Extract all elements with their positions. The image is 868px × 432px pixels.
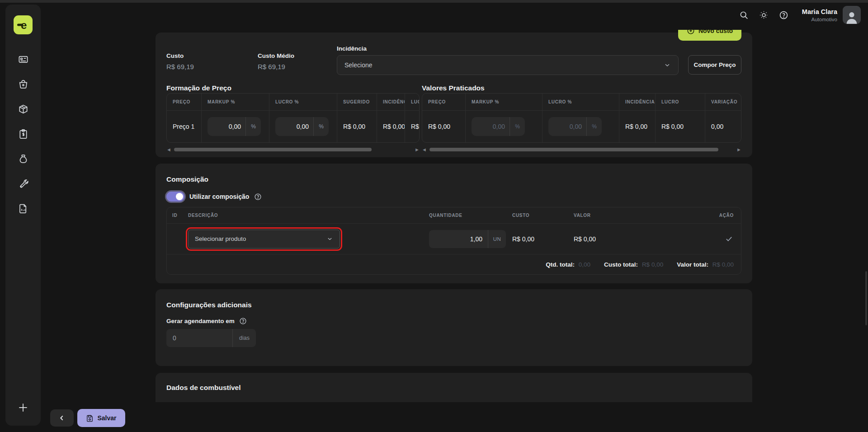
custo-medio-label: Custo Médio bbox=[258, 52, 294, 59]
lucro-value: R$ 0,00 bbox=[405, 111, 420, 142]
formacao-header-row: PREÇO MARKUP % LUCRO % SUGERIDO INCIDÊNC… bbox=[167, 94, 420, 111]
composicao-title: Composição bbox=[166, 175, 208, 183]
package-icon bbox=[18, 104, 28, 114]
save-button[interactable]: Salvar bbox=[77, 409, 125, 427]
dias-suffix: dias bbox=[232, 329, 256, 347]
custo-medio-block: Custo Médio R$ 69,19 bbox=[258, 52, 294, 70]
theme-toggle-button[interactable] bbox=[754, 5, 774, 25]
svg-text:e: e bbox=[21, 19, 27, 31]
produto-placeholder: Selecionar produto bbox=[195, 235, 326, 242]
quantidade-input[interactable]: 1,00 UN bbox=[429, 230, 506, 248]
sidebar-item-cadastro[interactable] bbox=[17, 53, 29, 65]
invoice-icon bbox=[18, 129, 28, 139]
col-markup: MARKUP % bbox=[465, 94, 542, 110]
praticados-hscrollbar: ◄ ► bbox=[422, 146, 741, 153]
custo-total: Custo total: R$ 0,00 bbox=[604, 261, 663, 268]
percent-suffix: % bbox=[509, 117, 525, 136]
custo-cell: R$ 0,00 bbox=[507, 224, 568, 254]
compor-preco-button[interactable]: Compor Preço bbox=[688, 55, 741, 75]
chevron-down-icon bbox=[326, 235, 333, 242]
scroll-left-icon[interactable]: ◄ bbox=[422, 147, 427, 152]
preco-nome: Preço 1 bbox=[167, 111, 201, 142]
chevron-down-icon bbox=[664, 61, 671, 69]
col-incidencia: INCIDÊNCIA bbox=[377, 94, 405, 110]
praticados-table: PREÇO MARKUP % LUCRO % INCIDÊNCIA LUCRO … bbox=[422, 93, 741, 143]
combustivel-card: Dados de combustível bbox=[156, 373, 752, 402]
agendamento-dias-input[interactable]: 0 dias bbox=[166, 329, 256, 347]
sidebar-item-vendas[interactable] bbox=[17, 78, 29, 90]
praticados-title: Valores Praticados bbox=[422, 84, 485, 92]
avatar[interactable] bbox=[843, 6, 861, 24]
utilizar-composicao-toggle[interactable] bbox=[166, 192, 184, 202]
composicao-header-row: ID DESCRIÇÃO QUANTIDADE CUSTO VALOR AÇÃO bbox=[167, 207, 741, 224]
col-variacao: VARIAÇÃO bbox=[705, 94, 741, 110]
app-logo[interactable]: e bbox=[14, 15, 33, 34]
col-custo: CUSTO bbox=[507, 207, 568, 223]
col-preco: PREÇO bbox=[422, 94, 465, 110]
sidebar-item-produtos[interactable] bbox=[17, 103, 29, 115]
scroll-thumb[interactable] bbox=[429, 148, 719, 151]
person-icon bbox=[844, 10, 859, 24]
col-sugerido: SUGERIDO bbox=[337, 94, 377, 110]
percent-suffix: % bbox=[586, 117, 602, 136]
variacao-value: 0,00 bbox=[705, 111, 741, 142]
scroll-right-icon[interactable]: ► bbox=[736, 147, 741, 152]
formacao-title: Formação de Preço bbox=[166, 84, 231, 92]
report-icon bbox=[18, 203, 28, 214]
id-cell bbox=[167, 224, 183, 254]
valor-cell: R$ 0,00 bbox=[568, 224, 679, 254]
sidebar: e bbox=[5, 5, 41, 426]
composicao-totais-row: Qtd. total: 0,00 Custo total: R$ 0,00 Va… bbox=[167, 254, 741, 274]
sidebar-item-servicos[interactable] bbox=[17, 178, 29, 189]
lucro-input[interactable]: 0,00 % bbox=[275, 117, 329, 136]
agendamento-help-button[interactable] bbox=[239, 317, 247, 325]
custo-block: Custo R$ 69,19 bbox=[166, 52, 194, 70]
custo-value: R$ 69,19 bbox=[166, 63, 194, 70]
agendamento-label-row: Gerar agendamento em bbox=[166, 317, 247, 325]
incidencia-placeholder: Selecione bbox=[344, 61, 664, 69]
selecionar-produto-select[interactable]: Selecionar produto bbox=[188, 230, 340, 249]
plus-icon bbox=[17, 402, 29, 413]
col-lucro-pct: LUCRO % bbox=[542, 94, 619, 110]
incidencia-label: Incidência bbox=[337, 45, 367, 52]
sidebar-item-relatorios[interactable] bbox=[17, 202, 29, 214]
back-button[interactable] bbox=[50, 409, 74, 427]
wrench-icon bbox=[18, 178, 28, 189]
sidebar-add-button[interactable] bbox=[17, 401, 29, 414]
col-lucro: LUCRO bbox=[655, 94, 705, 110]
sugerido-value: R$ 0,00 bbox=[337, 111, 377, 142]
help-circle-icon bbox=[239, 317, 247, 325]
user-block[interactable]: Maria Clara Automotivo bbox=[802, 8, 837, 22]
user-name: Maria Clara bbox=[802, 8, 837, 15]
incidencia-select[interactable]: Selecione bbox=[337, 55, 679, 75]
logo-e-icon: e bbox=[16, 18, 30, 32]
percent-suffix: % bbox=[313, 117, 329, 136]
custo-label: Custo bbox=[166, 52, 194, 59]
sidebar-item-orcamentos[interactable] bbox=[17, 128, 29, 140]
search-button[interactable] bbox=[734, 5, 754, 25]
configuracoes-card: Configurações adicionais Gerar agendamen… bbox=[156, 289, 752, 366]
page-vscrollbar-thumb[interactable] bbox=[865, 271, 867, 325]
praticados-header-row: PREÇO MARKUP % LUCRO % INCIDÊNCIA LUCRO … bbox=[422, 94, 741, 111]
composicao-data-row: Selecionar produto 1,00 UN R$ 0,00 R$ 0,… bbox=[167, 224, 741, 254]
col-descricao: DESCRIÇÃO bbox=[183, 207, 424, 223]
scroll-thumb[interactable] bbox=[174, 148, 372, 151]
confirm-check-icon[interactable] bbox=[725, 235, 733, 243]
preco-value: R$ 0,00 bbox=[422, 111, 465, 142]
sidebar-nav bbox=[17, 53, 29, 214]
search-icon bbox=[739, 10, 749, 20]
markup-input-disabled: 0,00 % bbox=[472, 117, 525, 136]
col-incidencia: INCIDÊNCIA bbox=[619, 94, 655, 110]
markup-input[interactable]: 0,00 % bbox=[208, 117, 261, 136]
help-button[interactable] bbox=[774, 5, 794, 25]
col-acao: AÇÃO bbox=[679, 207, 741, 223]
valor-total: Valor total: R$ 0,00 bbox=[677, 261, 734, 268]
composicao-toggle-row: Utilizar composição bbox=[166, 192, 262, 202]
scroll-left-icon[interactable]: ◄ bbox=[166, 147, 171, 152]
sidebar-item-financeiro[interactable] bbox=[17, 153, 29, 164]
col-markup: MARKUP % bbox=[201, 94, 269, 110]
window-top-edge bbox=[0, 0, 868, 3]
scroll-right-icon[interactable]: ► bbox=[415, 147, 420, 152]
percent-suffix: % bbox=[245, 117, 261, 136]
composicao-help-button[interactable] bbox=[254, 193, 262, 201]
